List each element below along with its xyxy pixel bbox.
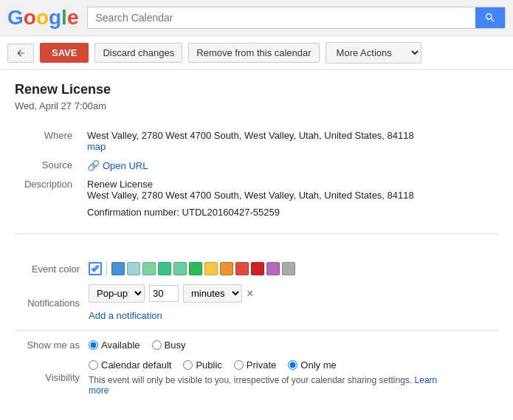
search-icon (484, 12, 496, 24)
calendar-default-label: Calendar default (101, 359, 171, 371)
visibility-label: Visibility (15, 372, 89, 383)
color-divider (106, 262, 107, 275)
color-swatch-purple[interactable] (266, 262, 280, 275)
logo-o2: o (36, 6, 49, 30)
private-option[interactable]: Private (234, 359, 276, 371)
color-swatch-dark-green[interactable] (189, 262, 202, 275)
public-label: Public (196, 359, 221, 371)
main-content: Renew License Wed, April 27 7:00am Where… (0, 70, 513, 255)
event-datetime: Wed, April 27 7:00am (15, 100, 498, 111)
source-row: Source 🔗 Open URL (15, 156, 498, 175)
where-row: Where West Valley, 2780 West 4700 South,… (15, 126, 498, 156)
notifications-controls: Pop-up Email minutes hours days weeks × … (89, 284, 253, 321)
source-label: Source (15, 156, 81, 175)
description-line2: West Valley, 2780 West 4700 South, West … (87, 190, 492, 201)
only-me-option[interactable]: Only me (288, 359, 336, 371)
google-logo: G o o g l e (7, 6, 78, 30)
description-value: Renew License West Valley, 2780 West 470… (81, 175, 498, 221)
color-swatch-sage[interactable] (173, 262, 187, 275)
back-button[interactable] (7, 44, 34, 63)
only-me-label: Only me (300, 359, 336, 371)
available-radio[interactable] (89, 340, 98, 350)
calendar-default-radio[interactable] (89, 360, 98, 370)
visibility-row: Visibility Calendar default Public Priva… (15, 359, 498, 396)
source-link-text: Open URL (103, 160, 148, 171)
color-swatches (89, 262, 295, 275)
logo-g2: g (49, 6, 61, 30)
logo-l: l (61, 6, 67, 30)
confirmation-number: Confirmation number: UTDL20160427-55259 (87, 207, 492, 218)
description-label: Description (15, 175, 81, 221)
discard-button[interactable]: Discard changes (94, 43, 182, 63)
private-radio[interactable] (234, 360, 244, 370)
remove-button[interactable]: Remove from this calendar (188, 43, 319, 63)
private-label: Private (247, 359, 276, 371)
busy-radio[interactable] (152, 340, 162, 350)
event-details-table: Where West Valley, 2780 West 4700 South,… (15, 126, 498, 221)
remove-notification-button[interactable]: × (247, 287, 253, 300)
busy-option[interactable]: Busy (152, 340, 186, 351)
color-swatch-dark-red[interactable] (251, 262, 264, 275)
event-color-label: Event color (15, 264, 89, 275)
search-input[interactable] (88, 7, 475, 28)
event-title: Renew License (15, 82, 498, 97)
visibility-options: Calendar default Public Private Only me (89, 359, 458, 371)
notification-unit-select[interactable]: minutes hours days weeks (183, 284, 242, 303)
description-row: Description Renew License West Valley, 2… (15, 175, 498, 221)
only-me-radio[interactable] (288, 360, 297, 370)
available-option[interactable]: Available (89, 340, 140, 351)
check-icon (91, 264, 100, 273)
header: G o o g l e (0, 0, 513, 36)
event-color-row: Event color (15, 262, 498, 275)
visibility-controls: Calendar default Public Private Only me … (89, 359, 458, 396)
logo-o1: o (24, 6, 36, 30)
more-actions-select[interactable]: More Actions (326, 42, 421, 63)
color-swatch-gray[interactable] (282, 262, 295, 275)
notification-row: Pop-up Email minutes hours days weeks × (89, 284, 253, 303)
busy-label: Busy (165, 340, 186, 351)
where-value: West Valley, 2780 West 4700 South, West … (81, 126, 498, 156)
logo-e: e (67, 6, 79, 30)
public-radio[interactable] (183, 360, 193, 370)
source-link[interactable]: 🔗 Open URL (87, 159, 148, 171)
color-swatch-cyan[interactable] (127, 262, 140, 275)
source-value: 🔗 Open URL (81, 156, 498, 175)
add-notification-link[interactable]: Add a notification (89, 310, 162, 321)
settings-section: Event color Notifications (0, 255, 513, 412)
color-swatch-green[interactable] (158, 262, 171, 275)
back-icon (16, 48, 26, 58)
where-address: West Valley, 2780 West 4700 South, West … (87, 130, 414, 141)
color-swatch-teal[interactable] (142, 262, 156, 275)
link-icon: 🔗 (87, 159, 100, 171)
divider-1 (15, 233, 498, 234)
search-button[interactable] (475, 7, 505, 28)
visibility-note: This event will only be visible to you, … (89, 375, 458, 396)
color-swatch-yellow[interactable] (204, 262, 218, 275)
toolbar: SAVE Discard changes Remove from this ca… (0, 36, 513, 70)
logo-g: G (7, 6, 24, 30)
available-label: Available (101, 340, 140, 351)
search-bar (87, 7, 506, 29)
description-line1: Renew License (87, 179, 492, 190)
notification-type-select[interactable]: Pop-up Email (89, 284, 145, 303)
notifications-label: Notifications (15, 297, 89, 309)
show-me-as-label: Show me as (15, 340, 89, 351)
color-swatch-orange[interactable] (220, 262, 233, 275)
divider-2 (15, 330, 498, 331)
notifications-row: Notifications Pop-up Email minutes hours… (15, 284, 498, 321)
show-me-as-options: Available Busy (89, 340, 185, 351)
save-button[interactable]: SAVE (40, 43, 89, 63)
color-swatch-red[interactable] (235, 262, 249, 275)
color-swatch-blue[interactable] (111, 262, 125, 275)
calendar-default-option[interactable]: Calendar default (89, 359, 171, 371)
notification-minutes-input[interactable] (149, 285, 179, 302)
where-label: Where (15, 126, 81, 156)
map-link[interactable]: map (87, 141, 492, 152)
show-me-as-row: Show me as Available Busy (15, 340, 498, 351)
color-swatch-default[interactable] (89, 262, 102, 275)
public-option[interactable]: Public (183, 359, 221, 371)
